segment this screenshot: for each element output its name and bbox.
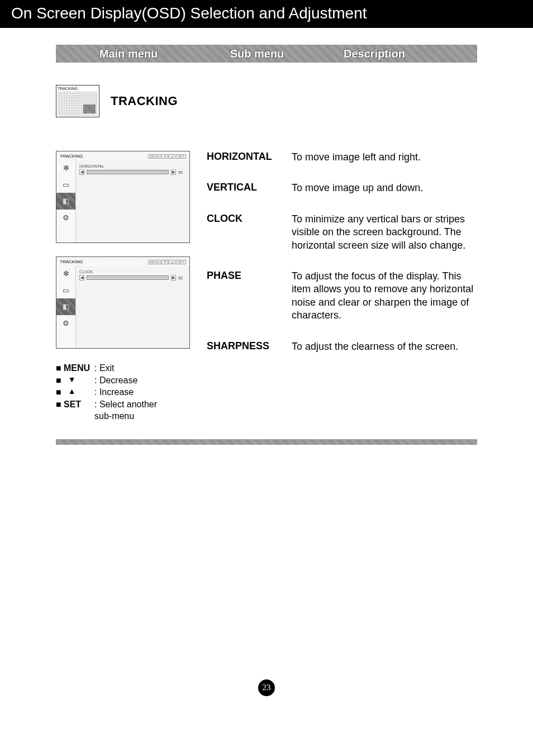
slider-value: 50 [178, 276, 186, 280]
submenu-table: HORIZONTAL To move image left and right.… [207, 151, 477, 353]
section-title: TRACKING [111, 94, 178, 108]
up-arrow-icon: ▲ [64, 386, 94, 397]
submenu-vertical: VERTICAL [207, 182, 285, 194]
button-legend: ■ MENU : Exit ■ ▼ : Decrease ■ ▲ : Incre… [56, 362, 196, 422]
osd-header: TRACKING MENU▼▲SET [56, 257, 189, 265]
bullet-icon: ■ [56, 398, 64, 411]
down-icon: ▼ [161, 154, 168, 159]
desc-sharpness: To adjust the clearness of the screen. [292, 340, 477, 353]
tracking-icon: ▭ [56, 177, 75, 193]
left-arrow-icon: ◀ [79, 169, 84, 175]
right-arrow-icon: ▶ [171, 169, 176, 175]
osd-sidebar: ✻ ▭ ◧ ⚙ [56, 160, 76, 243]
bullet-icon: ■ [56, 374, 64, 387]
down-arrow-icon: ▼ [64, 374, 94, 385]
header-sub-menu: Sub menu [201, 47, 313, 60]
legend-set-text: : Select another [94, 398, 196, 411]
blank-icon [56, 226, 75, 243]
osd-nav-buttons: MENU▼▲SET [147, 154, 186, 159]
osd-nav-buttons: MENU▼▲SET [147, 259, 186, 264]
desc-vertical: To move image up and down. [292, 182, 477, 194]
brightness-icon: ✻ [56, 265, 75, 282]
slider-track [87, 275, 169, 280]
osd-slider: ◀ ▶ 50 [79, 169, 186, 175]
legend-menu-text: : Exit [94, 362, 196, 374]
up-icon: ▲ [169, 154, 175, 159]
legend-down-text: : Decrease [94, 374, 196, 387]
left-arrow-icon: ◀ [79, 275, 84, 280]
osd-header: TRACKING MENU▼▲SET [56, 151, 189, 160]
settings-icon: ⚙ [56, 315, 75, 332]
submenu-sharpness: SHARPNESS [207, 340, 285, 353]
osd-row-label: CLOCK [79, 270, 186, 274]
osd-menu-btn: MENU [148, 260, 161, 264]
slider-value: 50 [178, 170, 186, 174]
slider-track [87, 170, 169, 174]
desc-clock: To minimize any vertical bars or stripes… [292, 213, 477, 252]
up-icon: ▲ [169, 260, 175, 264]
osd-menu-btn: MENU [148, 154, 161, 159]
tracking-thumbnail: TRACKING [56, 85, 99, 117]
color-icon: ◧ [56, 193, 75, 210]
osd-slider: ◀ ▶ 50 [79, 275, 186, 280]
submenu-clock: CLOCK [207, 213, 285, 252]
settings-icon: ⚙ [56, 210, 75, 226]
submenu-phase: PHASE [207, 270, 285, 322]
osd-set-btn: SET [176, 154, 186, 159]
legend-key-menu: MENU [64, 362, 94, 374]
color-icon: ◧ [56, 298, 75, 315]
right-arrow-icon: ▶ [171, 275, 176, 280]
legend-up-text: : Increase [94, 386, 196, 398]
down-icon: ▼ [161, 260, 168, 264]
osd-sidebar: ✻ ▭ ◧ ⚙ [56, 265, 76, 348]
osd-screenshot-horizontal: TRACKING MENU▼▲SET ✻ ▭ ◧ ⚙ HORIZONTAL [56, 151, 190, 243]
blank-icon [56, 331, 75, 348]
bullet-icon: ■ [56, 362, 64, 374]
legend-key-set: SET [64, 398, 94, 411]
osd-row-label: HORIZONTAL [79, 164, 186, 168]
osd-panel: HORIZONTAL ◀ ▶ 50 [76, 160, 189, 243]
thumbnail-pattern [58, 92, 98, 116]
desc-horizontal: To move image left and right. [292, 151, 477, 164]
footer-divider [56, 439, 477, 445]
osd-title: TRACKING [60, 259, 83, 264]
tracking-icon: ▭ [56, 282, 75, 299]
brightness-icon: ✻ [56, 160, 75, 177]
page-title: On Screen Display(OSD) Selection and Adj… [0, 0, 533, 28]
osd-panel: CLOCK ◀ ▶ 50 [76, 265, 189, 348]
osd-set-btn: SET [176, 260, 186, 264]
header-description: Description [313, 47, 436, 60]
legend-set-text2: sub-menu [94, 410, 196, 422]
header-main-menu: Main menu [56, 47, 201, 60]
thumbnail-label: TRACKING [58, 87, 98, 91]
osd-title: TRACKING [60, 154, 83, 159]
osd-screenshot-clock: TRACKING MENU▼▲SET ✻ ▭ ◧ ⚙ CLOCK [56, 256, 190, 349]
section-header: TRACKING TRACKING [56, 85, 477, 117]
column-header-row: Main menu Sub menu Description [56, 45, 477, 63]
page-number: 23 [258, 679, 275, 696]
desc-phase: To adjust the focus of the display. This… [292, 270, 477, 322]
bullet-icon: ■ [56, 386, 64, 398]
submenu-horizontal: HORIZONTAL [207, 151, 285, 164]
